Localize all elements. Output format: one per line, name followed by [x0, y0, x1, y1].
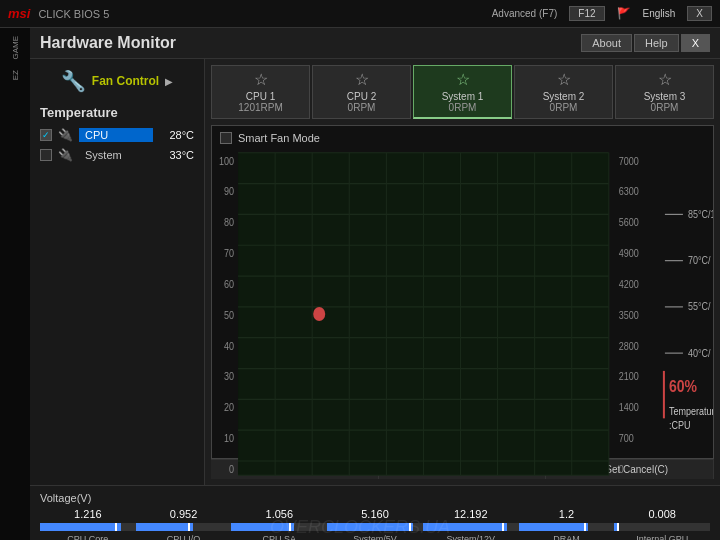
smart-fan-label: Smart Fan Mode	[238, 132, 320, 144]
fan-tab-system1-icon: ☆	[456, 70, 470, 89]
svg-text:4200: 4200	[619, 278, 639, 290]
hw-close-button[interactable]: X	[681, 34, 710, 52]
volt-value-system5v: 5.160	[361, 508, 389, 520]
body: 🔧 Fan Control ▶ Temperature 🔌 CPU 28°C 🔌…	[30, 59, 720, 485]
volt-name-system12v: System/12V	[446, 534, 495, 540]
volt-marker-dram	[584, 523, 586, 531]
fan-tab-system1[interactable]: ☆ System 1 0RPM	[413, 65, 512, 119]
fan-icon: 🔧	[61, 69, 86, 93]
volt-value-internal-gpu: 0.008	[648, 508, 676, 520]
smart-fan-bar: Smart Fan Mode	[220, 132, 320, 144]
svg-text:70: 70	[224, 247, 234, 259]
main-content: Hardware Monitor About Help X 🔧 Fan Cont…	[30, 28, 720, 540]
sidebar-item-ez[interactable]: EZ	[9, 66, 22, 84]
smart-fan-checkbox[interactable]	[220, 132, 232, 144]
volt-name-internal-gpu: Internal GPU	[636, 534, 688, 540]
fan-tabs: ☆ CPU 1 1201RPM ☆ CPU 2 0RPM ☆ System 1 …	[211, 65, 714, 119]
voltage-items: 1.216 CPU Core 0.952 CPU I/O 1.056	[40, 508, 710, 540]
svg-text:2100: 2100	[619, 371, 639, 383]
svg-text:700: 700	[619, 432, 634, 444]
hw-header: Hardware Monitor About Help X	[30, 28, 720, 59]
help-button[interactable]: Help	[634, 34, 679, 52]
svg-text::CPU: :CPU	[669, 419, 691, 431]
fan-tab-cpu2-rpm: 0RPM	[348, 102, 376, 113]
msi-logo: msi	[8, 6, 30, 21]
volt-name-system5v: System/5V	[353, 534, 397, 540]
fan-tab-cpu1[interactable]: ☆ CPU 1 1201RPM	[211, 65, 310, 119]
fan-tab-system2[interactable]: ☆ System 2 0RPM	[514, 65, 613, 119]
svg-text:Temperature source: Temperature source	[669, 405, 713, 417]
bios-title: CLICK BIOS 5	[38, 8, 109, 20]
system-temp-icon: 🔌	[58, 148, 73, 162]
volt-value-system12v: 12.192	[454, 508, 488, 520]
voltage-title: Voltage(V)	[40, 492, 710, 504]
volt-bar-fill-cpu-sa	[231, 523, 293, 531]
advanced-mode-label[interactable]: Advanced (F7)	[492, 8, 558, 19]
volt-value-dram: 1.2	[559, 508, 574, 520]
chart-svg: 100 90 80 70 60 50 40 30 20 10 0	[212, 148, 713, 480]
volt-item-cpu-sa: 1.056 CPU SA	[231, 508, 327, 540]
svg-text:85°C/100%: 85°C/100%	[688, 208, 713, 220]
fan-tab-system1-name: System 1	[442, 91, 484, 102]
volt-value-cpu-io: 0.952	[170, 508, 198, 520]
arrow-icon: ▶	[165, 76, 173, 87]
flag-icon: 🚩	[617, 7, 631, 20]
cpu-temp-icon: 🔌	[58, 128, 73, 142]
svg-rect-64	[663, 371, 665, 418]
svg-text:60%: 60%	[669, 377, 697, 395]
f12-button[interactable]: F12	[569, 6, 604, 21]
left-strip: GAME EZ	[0, 28, 30, 540]
fan-tab-cpu2-icon: ☆	[355, 70, 369, 89]
about-button[interactable]: About	[581, 34, 632, 52]
cpu-temp-value: 28°C	[159, 129, 194, 141]
fan-tab-system2-name: System 2	[543, 91, 585, 102]
svg-text:0: 0	[229, 463, 234, 475]
topbar: msi CLICK BIOS 5 Advanced (F7) F12 🚩 Eng…	[0, 0, 720, 28]
volt-bar-dram	[519, 523, 615, 531]
volt-item-cpu-io: 0.952 CPU I/O	[136, 508, 232, 540]
volt-bar-cpu-sa	[231, 523, 327, 531]
fan-control-label: Fan Control	[92, 74, 159, 88]
volt-name-dram: DRAM	[553, 534, 580, 540]
svg-text:5600: 5600	[619, 217, 639, 229]
fan-tab-cpu2[interactable]: ☆ CPU 2 0RPM	[312, 65, 411, 119]
volt-bar-system12v	[423, 523, 519, 531]
fan-tab-cpu1-name: CPU 1	[246, 91, 275, 102]
cpu-temp-name[interactable]: CPU	[79, 128, 153, 142]
fan-tab-system3[interactable]: ☆ System 3 0RPM	[615, 65, 714, 119]
svg-text:40: 40	[224, 340, 234, 352]
volt-bar-fill-cpu-io	[136, 523, 193, 531]
fan-tab-cpu2-name: CPU 2	[347, 91, 376, 102]
volt-name-cpu-io: CPU I/O	[167, 534, 201, 540]
hw-monitor-title: Hardware Monitor	[40, 34, 176, 52]
chart-data-point[interactable]	[313, 307, 325, 321]
volt-bar-fill-system12v	[423, 523, 507, 531]
fan-tab-system3-rpm: 0RPM	[651, 102, 679, 113]
fan-tab-system1-rpm: 0RPM	[449, 102, 477, 113]
volt-item-system5v: 5.160 System/5V	[327, 508, 423, 540]
sidebar-item-game[interactable]: GAME	[9, 32, 22, 64]
volt-bar-internal-gpu	[614, 523, 710, 531]
fan-tab-system2-icon: ☆	[557, 70, 571, 89]
system-temp-value: 33°C	[159, 149, 194, 161]
cpu-temp-row: 🔌 CPU 28°C	[40, 128, 194, 142]
temperature-title: Temperature	[40, 105, 194, 120]
lang-label[interactable]: English	[643, 8, 676, 19]
svg-text:70°C/ 90%: 70°C/ 90%	[688, 254, 713, 266]
svg-text:60: 60	[224, 278, 234, 290]
volt-marker-system5v	[409, 523, 411, 531]
fan-tab-system3-icon: ☆	[658, 70, 672, 89]
right-panel: ☆ CPU 1 1201RPM ☆ CPU 2 0RPM ☆ System 1 …	[205, 59, 720, 485]
system-temp-name[interactable]: System	[79, 148, 153, 162]
header-buttons: About Help X	[581, 34, 710, 52]
left-panel: 🔧 Fan Control ▶ Temperature 🔌 CPU 28°C 🔌…	[30, 59, 205, 485]
volt-name-cpu-sa: CPU SA	[263, 534, 297, 540]
svg-text:100: 100	[219, 155, 234, 167]
cpu-checkbox[interactable]	[40, 129, 52, 141]
volt-bar-cpu-core	[40, 523, 136, 531]
topbar-close-button[interactable]: X	[687, 6, 712, 21]
volt-bar-cpu-io	[136, 523, 232, 531]
system-temp-row: 🔌 System 33°C	[40, 148, 194, 162]
system-checkbox[interactable]	[40, 149, 52, 161]
fan-icon-area: 🔧 Fan Control ▶	[61, 69, 173, 93]
